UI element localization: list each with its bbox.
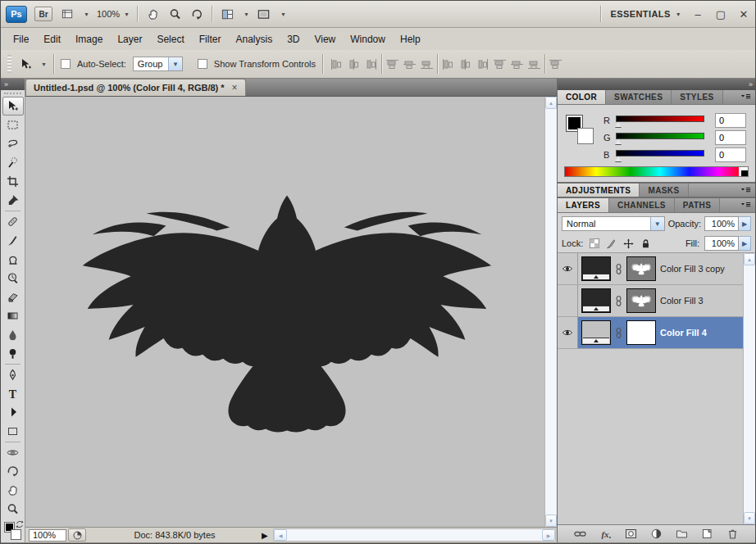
workspace-switcher[interactable]: ESSENTIALS▼	[611, 9, 681, 19]
tools-panel-grip[interactable]	[4, 93, 21, 94]
distribute-vertical-centers-icon[interactable]	[458, 58, 472, 70]
blur-tool[interactable]	[2, 325, 24, 344]
rectangular-marquee-tool[interactable]	[2, 116, 24, 134]
channel-slider[interactable]	[616, 150, 704, 156]
scroll-up-icon[interactable]: ▲	[744, 253, 755, 265]
quick-selection-tool[interactable]	[2, 153, 24, 172]
zoom-tool-icon[interactable]	[167, 7, 182, 20]
move-tool[interactable]	[2, 97, 24, 116]
pen-tool[interactable]	[2, 365, 24, 384]
status-zoom-field[interactable]: 100%	[29, 529, 66, 542]
hand-tool-icon[interactable]	[145, 7, 160, 20]
show-transform-controls-checkbox[interactable]	[198, 59, 207, 69]
rectangle-tool[interactable]	[2, 422, 24, 441]
tools-panel-collapse-icon[interactable]: »	[1, 79, 25, 90]
lock-all-icon[interactable]	[640, 238, 652, 250]
minimize-button[interactable]: –	[691, 8, 704, 20]
mask-link-icon[interactable]	[615, 295, 622, 306]
zoom-tool[interactable]	[2, 500, 24, 519]
layer-name[interactable]: Color Fill 3	[660, 296, 740, 306]
layer-mask-thumbnail[interactable]	[626, 320, 656, 345]
layer-mask-thumbnail[interactable]	[626, 256, 656, 281]
distribute-horizontal-centers-icon[interactable]	[510, 58, 524, 70]
menu-select[interactable]: Select	[149, 30, 191, 48]
layer-visibility-toggle[interactable]	[558, 253, 578, 284]
canvas-vertical-scrollbar[interactable]: ▲ ▼	[544, 97, 557, 527]
lock-image-pixels-icon[interactable]	[605, 238, 617, 250]
path-selection-tool[interactable]	[2, 403, 24, 422]
align-vertical-centers-icon[interactable]	[347, 58, 361, 70]
menu-view[interactable]: View	[307, 30, 343, 48]
scroll-down-icon[interactable]: ▼	[545, 515, 557, 527]
screen-mode-caret[interactable]: ▼	[280, 11, 286, 17]
view-extras-icon[interactable]	[60, 7, 75, 20]
status-bar-menu-icon[interactable]: ▶	[262, 531, 273, 540]
scratch-info-icon[interactable]	[68, 528, 86, 542]
scroll-right-icon[interactable]: ▶	[542, 529, 555, 541]
scroll-left-icon[interactable]: ◀	[274, 529, 287, 541]
tab-masks[interactable]: MASKS	[640, 184, 688, 197]
channel-value-field[interactable]	[715, 147, 746, 162]
menu-window[interactable]: Window	[343, 30, 393, 48]
distribute-right-edges-icon[interactable]	[527, 58, 541, 70]
slider-marker-icon[interactable]	[615, 122, 622, 127]
layer-name[interactable]: Color Fill 3 copy	[660, 264, 740, 274]
document-tab-close-icon[interactable]: ×	[232, 82, 238, 93]
fill-slider-icon[interactable]: ▶	[739, 236, 751, 251]
new-adjustment-layer-icon[interactable]	[649, 528, 664, 541]
layers-panel-menu-icon[interactable]	[736, 198, 755, 212]
tab-paths[interactable]: PATHS	[675, 198, 720, 212]
dodge-tool[interactable]	[2, 344, 24, 363]
layer-row[interactable]: Color Fill 3 copy	[558, 253, 743, 285]
align-horizontal-centers-icon[interactable]	[403, 58, 417, 70]
tab-layers[interactable]: LAYERS	[558, 198, 609, 212]
view-extras-caret[interactable]: ▼	[84, 11, 89, 17]
menu-image[interactable]: Image	[68, 30, 110, 48]
chevron-down-icon[interactable]: ▼	[168, 57, 182, 70]
rotate-view-icon[interactable]	[189, 7, 204, 20]
3d-rotate-tool[interactable]	[2, 443, 24, 462]
menu-3d[interactable]: 3D	[280, 30, 307, 48]
brush-tool[interactable]	[2, 231, 24, 250]
menu-help[interactable]: Help	[393, 30, 428, 48]
background-color-swatch-large[interactable]	[577, 128, 594, 144]
menu-analysis[interactable]: Analysis	[228, 30, 280, 48]
screen-mode-icon[interactable]	[257, 7, 271, 20]
layer-style-fx-icon[interactable]: fx	[599, 528, 613, 541]
maximize-button[interactable]: ▢	[714, 8, 727, 20]
tab-styles[interactable]: STYLES	[672, 90, 722, 104]
lock-position-icon[interactable]	[622, 238, 635, 250]
add-layer-mask-icon[interactable]	[624, 528, 639, 541]
scroll-down-icon[interactable]: ▼	[744, 512, 755, 524]
eyedropper-tool[interactable]	[2, 191, 24, 210]
layer-fill-thumbnail[interactable]	[581, 320, 611, 345]
black-swatch[interactable]	[741, 170, 748, 176]
slider-marker-icon[interactable]	[615, 156, 622, 161]
3d-orbit-tool[interactable]	[2, 462, 24, 481]
close-button[interactable]: ✕	[737, 8, 750, 20]
canvas-horizontal-scrollbar[interactable]: ◀ ▶	[273, 528, 556, 542]
align-top-edges-icon[interactable]	[330, 58, 344, 70]
layer-visibility-toggle[interactable]	[558, 317, 578, 348]
clone-stamp-tool[interactable]	[2, 250, 24, 269]
menu-layer[interactable]: Layer	[110, 30, 149, 48]
panel-dock-collapse-icon[interactable]: »	[558, 79, 755, 90]
tool-preset-caret[interactable]: ▼	[41, 61, 47, 67]
layers-scrollbar[interactable]: ▲ ▼	[743, 253, 755, 524]
channel-slider[interactable]	[616, 133, 704, 139]
tab-swatches[interactable]: SWATCHES	[606, 90, 672, 104]
color-panel-menu-icon[interactable]	[736, 90, 755, 104]
menu-edit[interactable]: Edit	[36, 30, 68, 48]
lock-transparent-pixels-icon[interactable]	[588, 238, 600, 250]
launch-bridge-button[interactable]: Br	[34, 7, 52, 21]
scroll-up-icon[interactable]: ▲	[545, 97, 557, 109]
tab-channels[interactable]: CHANNELS	[609, 198, 675, 212]
color-spectrum-ramp[interactable]	[564, 166, 749, 177]
hand-tool[interactable]	[2, 481, 24, 500]
eraser-tool[interactable]	[2, 288, 24, 306]
new-layer-icon[interactable]	[699, 528, 714, 541]
auto-select-checkbox[interactable]	[61, 59, 71, 69]
auto-align-layers-icon[interactable]	[549, 58, 562, 70]
opacity-slider-icon[interactable]: ▶	[739, 216, 751, 231]
background-color-swatch[interactable]	[11, 529, 21, 540]
